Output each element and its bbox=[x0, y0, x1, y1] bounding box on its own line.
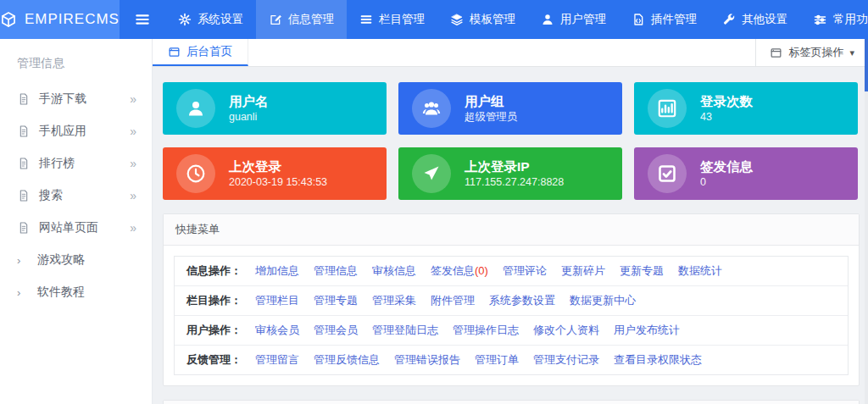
quick-link[interactable]: 系统参数设置 bbox=[489, 293, 555, 308]
brand-name: EMPIRECMS bbox=[25, 11, 120, 28]
nav-item-7[interactable]: 常用功能 bbox=[800, 0, 868, 39]
nav-item-label: 插件管理 bbox=[651, 12, 697, 27]
card-icon-wrap bbox=[648, 154, 687, 193]
nav-item-5[interactable]: 插件管理 bbox=[619, 0, 709, 39]
quick-link[interactable]: 管理反馈信息 bbox=[314, 352, 380, 368]
nav-item-label: 信息管理 bbox=[288, 12, 334, 27]
quick-link-badge: (0) bbox=[475, 264, 488, 277]
sidebar-item-6[interactable]: ›软件教程 bbox=[0, 276, 152, 308]
quick-link[interactable]: 管理会员 bbox=[314, 323, 358, 338]
quick-link[interactable]: 审核信息 bbox=[372, 263, 416, 279]
quick-link[interactable]: 查看目录权限状态 bbox=[614, 352, 702, 368]
collapse-menu-button[interactable] bbox=[120, 0, 165, 39]
chevrons-right-icon: » bbox=[130, 189, 136, 202]
hamburger-icon bbox=[134, 11, 151, 28]
quick-row-label: 栏目操作： bbox=[186, 293, 242, 308]
card-title: 签发信息 bbox=[700, 158, 753, 175]
sidebar-item-1[interactable]: 手机应用» bbox=[0, 115, 152, 147]
tab-dashboard[interactable]: 后台首页 bbox=[153, 39, 248, 66]
quick-link[interactable]: 审核会员 bbox=[255, 323, 299, 338]
chevrons-right-icon: » bbox=[130, 92, 136, 106]
vertical-scrollbar bbox=[865, 39, 868, 404]
sidebar: 管理信息 手游下载»手机应用»排行榜»搜索»网站单页面»›游戏攻略›软件教程 bbox=[0, 39, 153, 404]
chevrons-right-icon: » bbox=[130, 125, 136, 138]
card-title: 用户组 bbox=[465, 93, 518, 110]
card-icon-wrap bbox=[412, 154, 451, 193]
program-info-title: 程序说明 bbox=[164, 401, 859, 404]
top-navbar: EMPIRECMS 系统设置信息管理栏目管理模板管理用户管理插件管理其他设置常用… bbox=[0, 0, 868, 39]
quick-link[interactable]: 更新碎片 bbox=[561, 263, 605, 279]
quick-menu-row-0: 信息操作：增加信息管理信息审核信息签发信息(0)管理评论更新碎片更新专题数据统计 bbox=[175, 257, 848, 286]
check-square-icon bbox=[657, 163, 677, 184]
gear-icon bbox=[178, 13, 192, 26]
card-title: 上次登录IP bbox=[465, 158, 564, 175]
nav-item-6[interactable]: 其他设置 bbox=[709, 0, 800, 39]
quick-link[interactable]: 增加信息 bbox=[255, 263, 299, 279]
quick-row-label: 信息操作： bbox=[186, 263, 242, 279]
tab-actions-dropdown[interactable]: 标签页操作 ▾ bbox=[755, 39, 868, 66]
nav-item-label: 栏目管理 bbox=[379, 12, 425, 27]
card-icon-wrap bbox=[412, 89, 451, 128]
stat-card-1: 用户组超级管理员 bbox=[398, 82, 622, 135]
quick-link[interactable]: 管理登陆日志 bbox=[372, 323, 438, 338]
card-title: 用户名 bbox=[229, 93, 269, 110]
quick-link[interactable]: 管理支付记录 bbox=[533, 352, 599, 368]
quick-link[interactable]: 附件管理 bbox=[431, 293, 475, 308]
quick-link[interactable]: 签发信息(0) bbox=[431, 263, 488, 279]
scrollbar-thumb[interactable] bbox=[865, 39, 868, 91]
quick-row-label: 用户操作： bbox=[186, 323, 242, 338]
card-icon-wrap bbox=[648, 89, 687, 128]
quick-link[interactable]: 修改个人资料 bbox=[533, 323, 599, 338]
caret-down-icon: ▾ bbox=[849, 47, 854, 58]
edit-icon bbox=[269, 13, 282, 26]
nav-item-label: 系统设置 bbox=[198, 12, 243, 27]
chevron-right-icon: › bbox=[17, 286, 29, 299]
quick-menu-row-3: 反馈管理：管理留言管理反馈信息管理错误报告管理订单管理支付记录查看目录权限状态 bbox=[175, 346, 848, 374]
quick-link[interactable]: 管理栏目 bbox=[255, 293, 299, 308]
quick-link[interactable]: 数据更新中心 bbox=[570, 293, 636, 308]
quick-link[interactable]: 管理留言 bbox=[255, 352, 299, 368]
tab-actions-label: 标签页操作 bbox=[788, 45, 843, 60]
quick-link[interactable]: 管理专题 bbox=[314, 293, 358, 308]
sidebar-item-0[interactable]: 手游下载» bbox=[0, 83, 152, 115]
quick-link[interactable]: 数据统计 bbox=[678, 263, 722, 279]
brand-logo[interactable]: EMPIRECMS bbox=[0, 0, 120, 39]
quick-link[interactable]: 管理采集 bbox=[372, 293, 416, 308]
user-icon bbox=[541, 13, 554, 26]
quick-link[interactable]: 管理信息 bbox=[314, 263, 358, 279]
sidebar-item-label: 手游下载 bbox=[39, 91, 86, 107]
clock-icon bbox=[185, 163, 207, 185]
sidebar-item-label: 游戏攻略 bbox=[37, 252, 85, 268]
person-icon bbox=[186, 98, 206, 119]
sidebar-item-2[interactable]: 排行榜» bbox=[0, 147, 152, 180]
nav-item-3[interactable]: 模板管理 bbox=[437, 0, 528, 39]
sidebar-item-3[interactable]: 搜索» bbox=[0, 180, 152, 212]
chevron-right-icon: › bbox=[17, 254, 29, 267]
quick-link[interactable]: 管理评论 bbox=[503, 263, 547, 279]
quick-link[interactable]: 管理订单 bbox=[475, 352, 519, 368]
doc-icon bbox=[17, 92, 31, 106]
window-icon bbox=[168, 46, 181, 58]
tab-strip: 后台首页 标签页操作 ▾ bbox=[153, 39, 868, 67]
card-title: 上次登录 bbox=[229, 158, 327, 175]
nav-item-2[interactable]: 栏目管理 bbox=[347, 0, 437, 39]
nav-item-label: 其他设置 bbox=[742, 12, 787, 27]
quick-link[interactable]: 用户发布统计 bbox=[614, 323, 680, 338]
nav-item-1[interactable]: 信息管理 bbox=[256, 0, 347, 39]
send-icon bbox=[421, 163, 442, 184]
sidebar-item-label: 软件教程 bbox=[37, 285, 85, 300]
quick-link[interactable]: 管理操作日志 bbox=[453, 323, 519, 338]
quick-link[interactable]: 管理错误报告 bbox=[394, 352, 460, 368]
sidebar-title: 管理信息 bbox=[0, 39, 152, 83]
stat-card-0: 用户名guanli bbox=[163, 82, 387, 135]
nav-item-4[interactable]: 用户管理 bbox=[528, 0, 619, 39]
sidebar-item-label: 搜索 bbox=[39, 188, 63, 203]
nav-item-0[interactable]: 系统设置 bbox=[165, 0, 256, 39]
people-icon bbox=[421, 98, 442, 119]
quick-link[interactable]: 更新专题 bbox=[620, 263, 664, 279]
sidebar-item-5[interactable]: ›游戏攻略 bbox=[0, 244, 152, 276]
plugin-icon bbox=[632, 13, 645, 26]
sidebar-item-4[interactable]: 网站单页面» bbox=[0, 212, 152, 244]
card-value: 2020-03-19 15:43:53 bbox=[229, 175, 327, 190]
card-value: guanli bbox=[229, 110, 269, 125]
